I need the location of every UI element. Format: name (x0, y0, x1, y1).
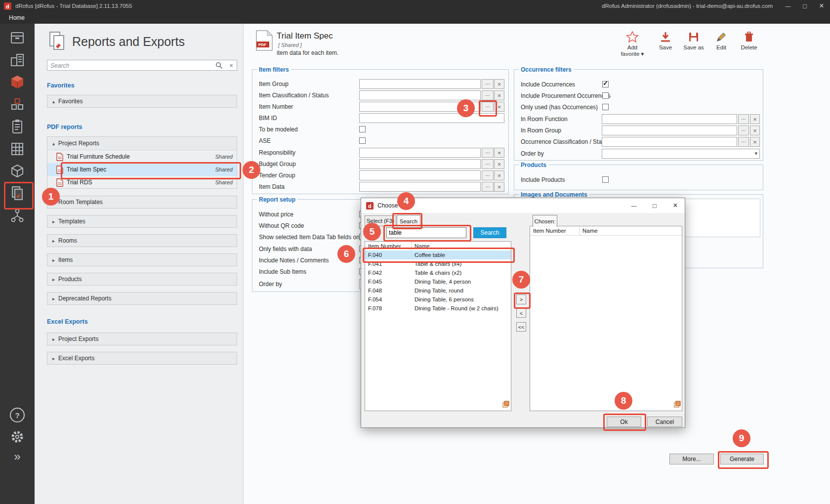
result-row[interactable]: F.078 Dining Table - Round (w 2 chairs) (365, 304, 511, 313)
budget-group-field[interactable] (359, 159, 481, 169)
result-row[interactable]: F.048 Dining Table, round (365, 286, 511, 295)
occurrence-order-by-dropdown[interactable] (602, 149, 760, 159)
budget-group-browse-button[interactable] (482, 159, 494, 169)
include-occurrences-checkbox[interactable] (602, 81, 609, 87)
add-favorite-button[interactable]: Add favorite ▾ (618, 30, 647, 57)
result-row[interactable]: F.041 Table & chairs (x4) (365, 259, 511, 268)
rooms-icon[interactable] (0, 27, 35, 48)
occurrence-classification-clear-button[interactable] (750, 137, 760, 147)
help-icon[interactable] (0, 404, 35, 426)
group-project-exports[interactable]: Project Exports (47, 333, 237, 345)
register-icon[interactable] (0, 116, 35, 137)
dialog-maximize-button[interactable] (645, 198, 664, 213)
result-row[interactable]: F.042 Table & chairs (x2) (365, 268, 511, 277)
dialog-search-input[interactable] (386, 227, 466, 238)
include-procurement-checkbox[interactable] (602, 92, 609, 99)
cancel-button[interactable]: Cancel (647, 417, 682, 427)
dialog-close-button[interactable] (666, 198, 685, 213)
logistics-icon[interactable] (0, 205, 35, 226)
reports-icon[interactable] (0, 182, 35, 204)
in-room-group-field[interactable] (602, 126, 737, 135)
group-excel-exports[interactable]: Excel Exports (47, 352, 237, 365)
project-reports-group-bar[interactable]: Project Reports (47, 137, 237, 150)
list-export-icon[interactable] (502, 401, 509, 410)
edit-button[interactable]: Edit (712, 30, 731, 51)
report-item[interactable]: Trial Furniture Schedule Shared (47, 150, 237, 163)
in-room-function-field[interactable] (602, 114, 737, 124)
save-button[interactable]: Save (656, 30, 675, 51)
search-results-list[interactable]: Item Number Name F.040 Coffee table F.04… (365, 241, 511, 411)
menu-home[interactable]: Home (9, 14, 25, 21)
panel-search-input[interactable] (49, 61, 214, 71)
in-room-group-clear-button[interactable] (750, 126, 760, 135)
item-data-field[interactable] (359, 182, 481, 192)
package-icon[interactable] (0, 160, 35, 182)
report-item-selected[interactable]: Trial Item Spec Shared (47, 163, 237, 176)
search-icon[interactable] (215, 62, 223, 71)
item-classification-clear-button[interactable] (494, 90, 504, 100)
bim-models-icon[interactable] (0, 71, 35, 93)
move-right-button[interactable]: > (516, 294, 526, 304)
item-group-browse-button[interactable] (482, 79, 494, 89)
in-room-group-browse-button[interactable] (738, 126, 749, 135)
report-item[interactable]: Trial RDS Shared (47, 176, 237, 189)
responsibility-clear-button[interactable] (494, 148, 504, 158)
group-room-templates[interactable]: Room Templates (47, 196, 237, 209)
item-number-clear-button[interactable] (494, 102, 504, 112)
responsibility-field[interactable] (359, 148, 481, 158)
only-used-checkbox[interactable] (602, 104, 609, 110)
save-as-button[interactable]: Save as (682, 30, 705, 51)
minimize-button[interactable] (780, 0, 796, 12)
favorites-group-bar[interactable]: Favorites (47, 95, 237, 108)
group-items[interactable]: Items (47, 253, 237, 266)
chosen-list[interactable]: Item Number Name (530, 226, 682, 411)
item-data-clear-button[interactable] (494, 182, 504, 192)
expand-chevrons-icon[interactable] (0, 446, 35, 467)
col-name[interactable]: Name (582, 226, 598, 235)
bim-id-field[interactable] (359, 113, 504, 123)
item-data-browse-button[interactable] (482, 182, 494, 192)
col-name[interactable]: Name (415, 242, 430, 251)
ase-checkbox[interactable] (359, 137, 366, 144)
item-group-clear-button[interactable] (494, 79, 504, 89)
dialog-search-button[interactable]: Search (473, 227, 506, 238)
item-classification-browse-button[interactable] (482, 90, 494, 100)
item-group-field[interactable] (359, 79, 481, 89)
result-row-selected[interactable]: F.040 Coffee table (365, 251, 511, 259)
in-room-function-clear-button[interactable] (750, 114, 760, 124)
group-products[interactable]: Products (47, 273, 237, 286)
maximize-button[interactable] (796, 0, 813, 12)
col-item-number[interactable]: Item Number (368, 242, 401, 251)
systems-icon[interactable] (0, 138, 35, 160)
generate-button[interactable]: Generate (720, 454, 764, 464)
settings-gear-icon[interactable] (0, 426, 35, 448)
tender-group-browse-button[interactable] (482, 170, 494, 180)
group-deprecated-reports[interactable]: Deprecated Reports (47, 292, 237, 305)
result-row[interactable]: F.054 Dining Table, 6 persons (365, 295, 511, 304)
item-number-browse-button[interactable] (482, 102, 494, 112)
in-room-function-browse-button[interactable] (738, 114, 749, 124)
responsibility-browse-button[interactable] (482, 148, 494, 158)
tender-group-field[interactable] (359, 170, 481, 180)
delete-button[interactable]: Delete (738, 30, 760, 51)
list-export-icon[interactable] (674, 401, 681, 410)
search-clear-icon[interactable] (227, 61, 236, 70)
include-products-checkbox[interactable] (602, 176, 609, 183)
move-left-button[interactable]: < (516, 308, 526, 318)
dialog-minimize-button[interactable] (624, 198, 643, 213)
ok-button[interactable]: Ok (607, 417, 641, 427)
result-row[interactable]: F.045 Dining Table, 4 person (365, 277, 511, 286)
budget-group-clear-button[interactable] (494, 159, 504, 169)
to-be-modeled-checkbox[interactable] (359, 126, 366, 132)
tender-group-clear-button[interactable] (494, 170, 504, 180)
close-button[interactable] (813, 0, 830, 12)
move-all-left-button[interactable]: << (516, 322, 526, 332)
occurrence-classification-field[interactable] (602, 137, 737, 147)
group-rooms[interactable]: Rooms (47, 234, 237, 247)
occurrence-classification-browse-button[interactable] (738, 137, 749, 147)
item-classification-field[interactable] (359, 90, 481, 100)
tab-search[interactable]: Search (397, 215, 420, 227)
shapes-icon[interactable] (0, 93, 35, 115)
group-templates[interactable]: Templates (47, 215, 237, 228)
col-item-number[interactable]: Item Number (533, 226, 566, 235)
